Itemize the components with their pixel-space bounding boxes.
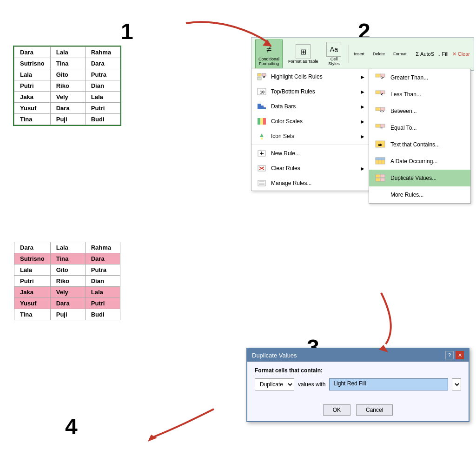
dialog-title-buttons: ? ✕ bbox=[445, 351, 464, 359]
data-table-4: DaraLalaRahmaSutrisnoTinaDaraLalaGitoPut… bbox=[14, 242, 120, 320]
submenu-more-rules-label: More Rules... bbox=[390, 192, 423, 198]
submenu-between[interactable]: <> Between... bbox=[369, 103, 470, 119]
table-cell: Gito bbox=[50, 264, 85, 276]
format-button[interactable]: Format bbox=[390, 51, 410, 57]
submenu-more-rules[interactable]: More Rules... bbox=[369, 186, 470, 203]
submenu-duplicate-values[interactable]: Duplicate Values... bbox=[369, 170, 470, 186]
dialog-close-button[interactable]: ✕ bbox=[456, 351, 464, 359]
ribbon-separator bbox=[349, 45, 349, 63]
menu-item-icon-sets[interactable]: Icon Sets ▶ bbox=[251, 129, 369, 144]
fill-button[interactable]: ↓ Fill bbox=[438, 51, 449, 57]
table-cell: Jaka bbox=[14, 92, 51, 103]
menu-item-data-bars-label: Data Bars bbox=[271, 103, 296, 110]
table-cell: Lala bbox=[50, 242, 85, 253]
submenu-text-contains[interactable]: ab Text that Contains... bbox=[369, 136, 470, 153]
insert-button[interactable]: Insert bbox=[351, 51, 367, 57]
menu-item-manage-rules[interactable]: Manage Rules... bbox=[251, 176, 369, 191]
table-cell: Dara bbox=[85, 253, 120, 264]
menu-item-new-rule[interactable]: New Rule... bbox=[251, 146, 369, 161]
svg-rect-45 bbox=[376, 174, 380, 178]
dialog-help-button[interactable]: ? bbox=[445, 351, 454, 359]
table-cell: Riko bbox=[50, 276, 85, 287]
table-cell: Dara bbox=[50, 298, 85, 309]
dialog-row: Duplicate values with Light Red Fill bbox=[255, 378, 461, 390]
table-cell: Lala bbox=[50, 47, 85, 58]
table-cell: Vely bbox=[50, 92, 85, 103]
svg-rect-10 bbox=[258, 106, 264, 107]
table-cell: Riko bbox=[50, 80, 85, 92]
date-occurring-icon bbox=[374, 156, 387, 166]
submenu-equal-to-label: Equal To... bbox=[390, 125, 416, 131]
table-cell: Dara bbox=[85, 58, 120, 69]
dialog-cancel-button[interactable]: Cancel bbox=[356, 404, 393, 416]
less-than-icon: < bbox=[374, 89, 387, 99]
table-cell: Sutrisno bbox=[14, 58, 51, 69]
new-rule-icon bbox=[256, 149, 267, 158]
menu-item-top-bottom[interactable]: 10 Top/Bottom Rules ▶ bbox=[251, 84, 369, 99]
top-bottom-arrow: ▶ bbox=[361, 89, 364, 94]
submenu-date-occurring[interactable]: A Date Occurring... bbox=[369, 153, 470, 170]
conditional-formatting-menu: ≠ Highlight Cells Rules ▶ 10 Top/Bottom … bbox=[251, 69, 370, 191]
svg-rect-3 bbox=[258, 73, 261, 76]
duplicate-values-dialog: Duplicate Values ? ✕ Format cells that c… bbox=[246, 348, 469, 422]
delete-button[interactable]: Delete bbox=[370, 51, 388, 57]
table-cell: Puji bbox=[50, 114, 85, 125]
table-cell: Rahma bbox=[85, 242, 120, 253]
table-cell: Tina bbox=[14, 309, 51, 320]
dialog-duplicate-select[interactable]: Duplicate bbox=[255, 378, 294, 390]
submenu-greater-than-label: Greater Than... bbox=[390, 74, 428, 81]
table-cell: Dian bbox=[85, 276, 120, 287]
dialog-body: Format cells that contain: Duplicate val… bbox=[247, 362, 469, 402]
table-cell: Dara bbox=[50, 103, 85, 114]
svg-text:10: 10 bbox=[260, 90, 264, 94]
table-cell: Rahma bbox=[85, 47, 120, 58]
submenu-text-contains-label: Text that Contains... bbox=[390, 141, 440, 148]
color-scales-arrow: ▶ bbox=[361, 119, 364, 124]
clear-button[interactable]: ✕ Clear bbox=[452, 51, 470, 57]
svg-rect-13 bbox=[260, 118, 263, 125]
svg-rect-5 bbox=[258, 77, 261, 80]
dialog-fill-value[interactable]: Light Red Fill bbox=[329, 378, 448, 390]
dialog-ok-button[interactable]: OK bbox=[323, 404, 350, 416]
table-cell: Lala bbox=[85, 287, 120, 298]
dialog-values-with-text: values with bbox=[298, 381, 325, 388]
greater-than-icon: > bbox=[374, 73, 387, 83]
svg-text:ab: ab bbox=[378, 143, 382, 147]
menu-item-clear-rules[interactable]: Clear Rules ▶ bbox=[251, 161, 369, 176]
cell-styles-button[interactable]: Aa CellStyles bbox=[324, 41, 344, 67]
submenu-equal-to[interactable]: = Equal To... bbox=[369, 119, 470, 136]
table-cell: Gito bbox=[50, 69, 85, 80]
submenu-between-label: Between... bbox=[390, 108, 417, 114]
menu-item-highlight-cells[interactable]: ≠ Highlight Cells Rules ▶ bbox=[251, 69, 369, 84]
submenu-greater-than[interactable]: > Greater Than... bbox=[369, 69, 470, 86]
svg-rect-36 bbox=[376, 124, 380, 127]
menu-item-data-bars[interactable]: Data Bars ▶ bbox=[251, 99, 369, 114]
duplicate-values-icon bbox=[374, 173, 387, 183]
equal-to-icon: = bbox=[374, 123, 387, 133]
step-4-label: 4 bbox=[65, 414, 78, 439]
table-4: DaraLalaRahmaSutrisnoTinaDaraLalaGitoPut… bbox=[14, 242, 120, 320]
icon-sets-arrow: ▶ bbox=[361, 134, 364, 139]
table-cell: Tina bbox=[50, 253, 85, 264]
submenu-less-than[interactable]: < Less Than... bbox=[369, 86, 470, 103]
dialog-fill-dropdown[interactable] bbox=[452, 378, 461, 390]
autosum-button[interactable]: Σ AutoS bbox=[416, 51, 434, 57]
menu-divider-1 bbox=[251, 145, 369, 145]
manage-rules-icon bbox=[256, 178, 267, 188]
cell-styles-label: CellStyles bbox=[328, 57, 340, 66]
table-cell: Dian bbox=[85, 80, 120, 92]
delete-label: Delete bbox=[373, 52, 385, 56]
clear-rules-icon bbox=[256, 164, 267, 173]
arrow-1 bbox=[177, 14, 279, 60]
table-cell: Putri bbox=[14, 80, 51, 92]
ribbon-right-actions: Σ AutoS ↓ Fill ✕ Clear bbox=[416, 51, 470, 57]
table-cell: Sutrisno bbox=[14, 253, 51, 264]
svg-text:>: > bbox=[381, 75, 383, 80]
ribbon: ≠ ConditionalFormatting ⊞ Format as Tabl… bbox=[251, 37, 474, 71]
menu-item-highlight-cells-label: Highlight Cells Rules bbox=[271, 73, 323, 80]
format-as-table-button[interactable]: ⊞ Format as Table bbox=[285, 43, 321, 65]
table-cell: Putri bbox=[14, 276, 51, 287]
menu-item-color-scales[interactable]: Color Scales ▶ bbox=[251, 114, 369, 129]
cell-styles-icon: Aa bbox=[330, 46, 338, 53]
table-cell: Putri bbox=[85, 103, 120, 114]
